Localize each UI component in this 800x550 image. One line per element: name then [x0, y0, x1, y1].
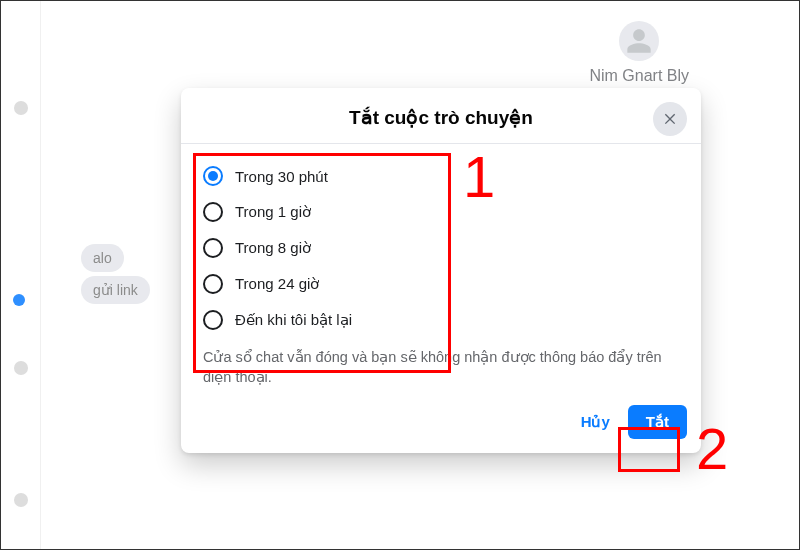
radio-icon [203, 202, 223, 222]
confirm-button[interactable]: Tắt [628, 405, 687, 439]
helper-text: Cửa sổ chat vẫn đóng và bạn sẽ không nhậ… [199, 338, 683, 393]
close-icon [662, 110, 678, 129]
cancel-button[interactable]: Hủy [567, 405, 624, 439]
radio-icon [203, 274, 223, 294]
radio-label: Trong 8 giờ [235, 239, 311, 257]
radio-label: Trong 30 phút [235, 168, 328, 185]
radio-option[interactable]: Trong 8 giờ [199, 230, 683, 266]
modal-title: Tắt cuộc trò chuyện [197, 106, 685, 129]
radio-label: Đến khi tôi bật lại [235, 311, 352, 329]
radio-icon [203, 166, 223, 186]
modal-overlay: Tắt cuộc trò chuyện Trong 30 phútTrong 1… [1, 1, 799, 549]
modal-header: Tắt cuộc trò chuyện [181, 88, 701, 144]
modal-footer: Hủy Tắt [181, 399, 701, 453]
mute-dialog: Tắt cuộc trò chuyện Trong 30 phútTrong 1… [181, 88, 701, 453]
radio-option[interactable]: Trong 30 phút [199, 158, 683, 194]
radio-option[interactable]: Đến khi tôi bật lại [199, 302, 683, 338]
close-button[interactable] [653, 102, 687, 136]
radio-option[interactable]: Trong 24 giờ [199, 266, 683, 302]
radio-label: Trong 1 giờ [235, 203, 311, 221]
modal-body: Trong 30 phútTrong 1 giờTrong 8 giờTrong… [181, 144, 701, 399]
radio-icon [203, 238, 223, 258]
duration-radio-group: Trong 30 phútTrong 1 giờTrong 8 giờTrong… [199, 158, 683, 338]
radio-icon [203, 310, 223, 330]
radio-option[interactable]: Trong 1 giờ [199, 194, 683, 230]
radio-label: Trong 24 giờ [235, 275, 319, 293]
